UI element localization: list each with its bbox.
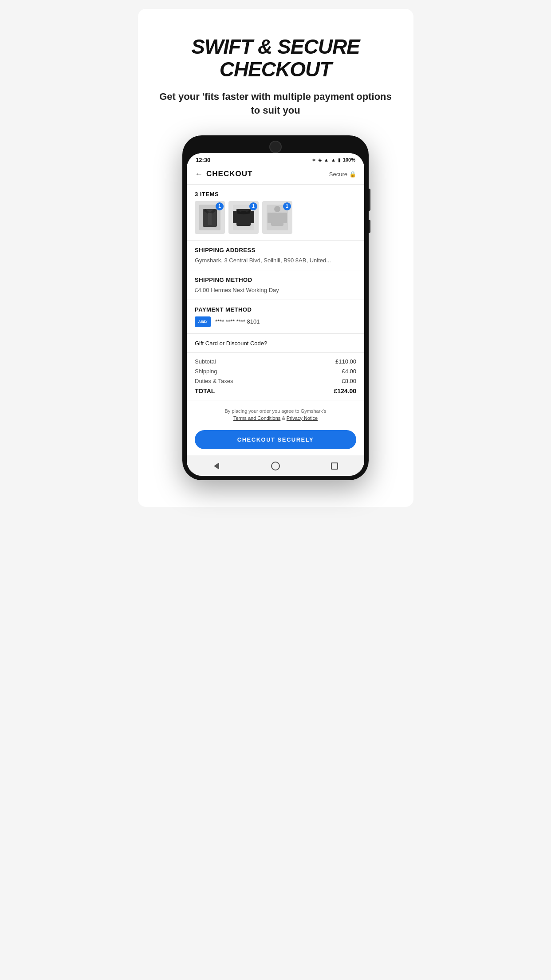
item-badge-3: 1 <box>283 202 291 210</box>
item-thumbnail-2[interactable]: 1 <box>228 201 259 234</box>
hero-subtitle: Get your 'fits faster with multiple paym… <box>151 90 400 118</box>
nav-recents-button[interactable] <box>329 461 340 471</box>
status-time: 12:30 <box>196 157 210 163</box>
terms-ampersand: & <box>282 415 285 421</box>
subtotal-value: £110.00 <box>335 358 356 365</box>
total-value: £124.00 <box>334 387 356 395</box>
nav-home-icon <box>271 462 280 470</box>
battery-label: 100% <box>343 157 355 162</box>
back-arrow-icon[interactable]: ← <box>195 170 203 179</box>
items-section-label: 3 ITEMS <box>195 191 356 198</box>
nav-bar <box>187 455 364 476</box>
duties-label: Duties & Taxes <box>195 378 233 384</box>
gift-card-link-text[interactable]: Gift Card or Discount Code? <box>195 340 267 347</box>
app-header-left: ← CHECKOUT <box>195 170 252 179</box>
duties-row: Duties & Taxes £8.00 <box>195 378 356 384</box>
page-wrapper: SWIFT & SECURE CHECKOUT Get your 'fits f… <box>138 9 413 507</box>
secure-badge: Secure 🔒 <box>329 171 356 178</box>
signal-icon: ▲ <box>324 157 329 162</box>
item-thumbnail-1[interactable]: 1 <box>195 201 225 234</box>
nav-back-icon <box>214 462 219 470</box>
status-bar: 12:30 ∗ ◈ ▲ ▲ ▮ 100% <box>187 153 364 165</box>
svg-rect-3 <box>208 213 212 225</box>
secure-label: Secure <box>329 171 347 178</box>
item-thumbnail-3[interactable]: 1 <box>262 201 292 234</box>
svg-rect-11 <box>271 213 283 226</box>
shipping-method-section: SHIPPING METHOD £4.00 Hermes Next Workin… <box>187 270 364 300</box>
wifi-icon: ▲ <box>331 157 336 162</box>
subtotal-label: Subtotal <box>195 358 216 365</box>
bluetooth-icon: ∗ <box>312 157 316 163</box>
nav-back-button[interactable] <box>211 461 222 471</box>
order-summary: Subtotal £110.00 Shipping £4.00 Duties &… <box>187 353 364 400</box>
payment-method-section: PAYMENT METHOD AMEX **** **** **** 8101 <box>187 300 364 334</box>
payment-row: AMEX **** **** **** 8101 <box>195 316 356 327</box>
item-badge-1: 1 <box>216 202 224 210</box>
phone-side-button-2 <box>369 220 370 233</box>
item-badge-2: 1 <box>249 202 257 210</box>
hero-title: SWIFT & SECURE CHECKOUT <box>151 36 400 80</box>
total-row: TOTAL £124.00 <box>195 387 356 395</box>
status-icons: ∗ ◈ ▲ ▲ ▮ 100% <box>312 157 355 163</box>
terms-pre-text: By placing your order you agree to Gymsh… <box>225 408 327 414</box>
checkout-page-title: CHECKOUT <box>206 170 252 178</box>
nav-home-button[interactable] <box>270 461 281 471</box>
terms-conditions-link[interactable]: Terms and Conditions <box>233 415 280 421</box>
lock-icon: 🔒 <box>349 171 356 178</box>
shipping-method-value: £4.00 Hermes Next Working Day <box>195 287 356 293</box>
svg-rect-7 <box>233 211 237 223</box>
amex-card-icon: AMEX <box>195 316 211 327</box>
shipping-value: £4.00 <box>342 368 356 375</box>
terms-area: By placing your order you agree to Gymsh… <box>187 400 364 426</box>
items-section: 3 ITEMS 1 <box>187 185 364 241</box>
shipping-address-section: SHIPPING ADDRESS Gymshark, 3 Central Blv… <box>187 241 364 270</box>
shipping-label: Shipping <box>195 368 217 375</box>
card-number: **** **** **** 8101 <box>215 318 260 325</box>
payment-method-label: PAYMENT METHOD <box>195 306 356 313</box>
checkout-btn-wrapper: CHECKOUT SECURELY <box>187 426 364 455</box>
phone-notch <box>187 141 364 153</box>
total-label: TOTAL <box>195 387 215 395</box>
shipping-method-label: SHIPPING METHOD <box>195 277 356 283</box>
duties-value: £8.00 <box>342 378 356 384</box>
phone-side-button-1 <box>369 189 370 211</box>
svg-rect-8 <box>250 211 254 223</box>
svg-point-10 <box>274 206 280 212</box>
terms-text: By placing your order you agree to Gymsh… <box>195 407 356 422</box>
subtotal-row: Subtotal £110.00 <box>195 358 356 365</box>
app-header: ← CHECKOUT Secure 🔒 <box>187 165 364 185</box>
shipping-address-label: SHIPPING ADDRESS <box>195 247 356 253</box>
items-row: 1 1 <box>195 201 356 234</box>
phone-mockup: 12:30 ∗ ◈ ▲ ▲ ▮ 100% ← CHECKOUT Secure <box>182 135 369 480</box>
svg-rect-13 <box>283 213 287 223</box>
checkout-securely-button[interactable]: CHECKOUT SECURELY <box>195 430 356 449</box>
privacy-notice-link[interactable]: Privacy Notice <box>287 415 318 421</box>
phone-screen: 12:30 ∗ ◈ ▲ ▲ ▮ 100% ← CHECKOUT Secure <box>187 153 364 476</box>
phone-camera <box>269 141 282 153</box>
shipping-row: Shipping £4.00 <box>195 368 356 375</box>
gift-card-section[interactable]: Gift Card or Discount Code? <box>187 334 364 353</box>
battery-icon: ▮ <box>338 157 341 163</box>
nav-recents-icon <box>331 462 338 470</box>
shipping-address-value: Gymshark, 3 Central Blvd, Solihill, B90 … <box>195 257 356 264</box>
nfc-icon: ◈ <box>318 157 322 163</box>
svg-rect-12 <box>268 213 272 223</box>
